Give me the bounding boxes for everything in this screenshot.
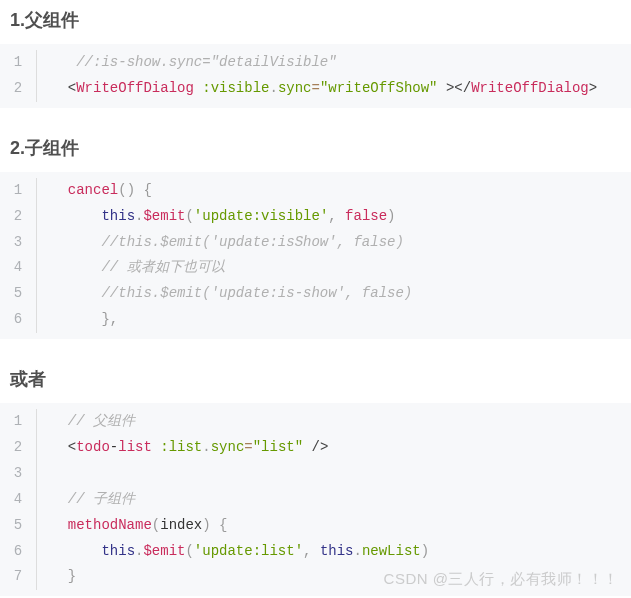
kw-this: this — [101, 204, 135, 230]
code-line: 3 //this.$emit('update:isShow', false) — [0, 230, 631, 256]
section-title-1: 1.父组件 — [10, 8, 631, 32]
code-line: 3 — [0, 461, 631, 487]
section-title-2: 2.子组件 — [10, 136, 631, 160]
tag-name: WriteOffDialog — [76, 76, 194, 102]
line-number: 2 — [0, 435, 37, 461]
code-line: 5 //this.$emit('update:is-show', false) — [0, 281, 631, 307]
code-line: 2 <WriteOffDialog :visible.sync="writeOf… — [0, 76, 631, 102]
section-title-3: 或者 — [10, 367, 631, 391]
attr-value: "writeOffShow" — [320, 76, 438, 102]
line-number: 5 — [0, 281, 37, 307]
code-block-3: 1 // 父组件 2 <todo-list :list.sync="list" … — [0, 403, 631, 596]
kw-this: this — [320, 539, 354, 565]
code-block-1: 1 //:is-show.sync="detailVisible" 2 <Wri… — [0, 44, 631, 108]
code-comment: //this.$emit('update:is-show', false) — [101, 281, 412, 307]
code-line: 2 this.$emit('update:visible', false) — [0, 204, 631, 230]
code-line: 6 this.$emit('update:list', this.newList… — [0, 539, 631, 565]
code-line: 1 // 父组件 — [0, 409, 631, 435]
code-line: 6 }, — [0, 307, 631, 333]
method-name: methodName — [68, 513, 152, 539]
param: index — [160, 513, 202, 539]
prop: newList — [362, 539, 421, 565]
code-line: 4 // 或者如下也可以 — [0, 255, 631, 281]
tag-name: list — [118, 435, 152, 461]
string: 'update:visible' — [194, 204, 328, 230]
code-line: 1 cancel() { — [0, 178, 631, 204]
line-number: 4 — [0, 255, 37, 281]
method-name: $emit — [143, 204, 185, 230]
kw-this: this — [101, 539, 135, 565]
method-name: $emit — [143, 539, 185, 565]
line-number: 1 — [0, 178, 37, 204]
line-number: 6 — [0, 307, 37, 333]
line-number: 1 — [0, 50, 37, 76]
attr: :list — [160, 435, 202, 461]
line-number: 3 — [0, 230, 37, 256]
brace: }, — [101, 307, 118, 333]
code-line: 4 // 子组件 — [0, 487, 631, 513]
tag-name: todo — [76, 435, 110, 461]
line-number: 4 — [0, 487, 37, 513]
code-comment: // 或者如下也可以 — [101, 255, 224, 281]
attr-value: "list" — [253, 435, 303, 461]
line-number: 3 — [0, 461, 37, 487]
code-block-2: 1 cancel() { 2 this.$emit('update:visibl… — [0, 172, 631, 339]
line-number: 7 — [0, 564, 37, 590]
attr: sync — [211, 435, 245, 461]
attr: sync — [278, 76, 312, 102]
code-line: 2 <todo-list :list.sync="list" /> — [0, 435, 631, 461]
method-name: cancel — [68, 178, 118, 204]
line-number: 2 — [0, 204, 37, 230]
code-comment: // 父组件 — [68, 409, 135, 435]
string: 'update:list' — [194, 539, 303, 565]
code-comment: //:is-show.sync="detailVisible" — [76, 50, 336, 76]
line-number: 6 — [0, 539, 37, 565]
tag-name: WriteOffDialog — [471, 76, 589, 102]
code-line: 7 } — [0, 564, 631, 590]
line-number: 5 — [0, 513, 37, 539]
bool: false — [345, 204, 387, 230]
code-line: 5 methodName(index) { — [0, 513, 631, 539]
code-line: 1 //:is-show.sync="detailVisible" — [0, 50, 631, 76]
line-number: 1 — [0, 409, 37, 435]
attr: :visible — [202, 76, 269, 102]
line-number: 2 — [0, 76, 37, 102]
code-comment: //this.$emit('update:isShow', false) — [101, 230, 403, 256]
code-comment: // 子组件 — [68, 487, 135, 513]
